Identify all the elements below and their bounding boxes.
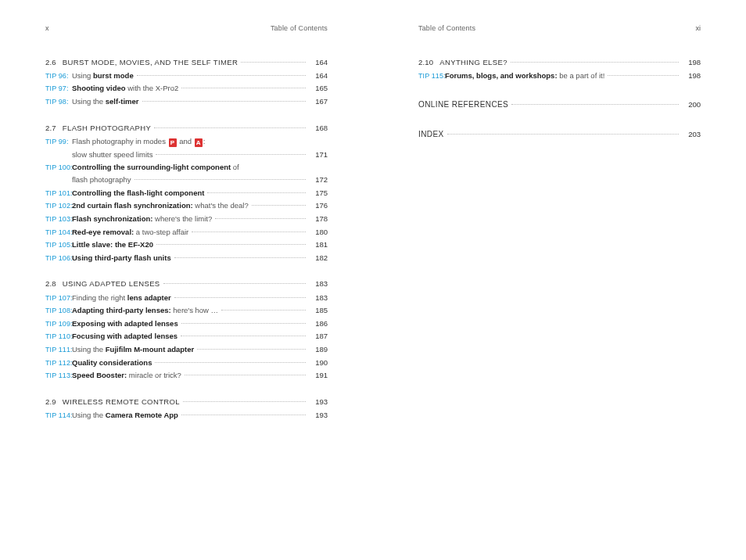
leader-dots xyxy=(155,362,306,363)
tip-text: 2nd curtain flash synchronization: what'… xyxy=(72,200,249,210)
tip-text: Using the Fujifilm M-mount adapter xyxy=(72,344,194,354)
toc-tip: TIP 96:Using burst mode164 xyxy=(45,70,328,81)
tip-text: Flash synchronization: where's the limit… xyxy=(72,214,212,224)
tip-subtext: slow shutter speed limits xyxy=(72,149,152,160)
leader-dots xyxy=(134,179,306,180)
toc-section: 2.6BURST MODE, MOVIES, AND THE SELF TIME… xyxy=(45,57,328,67)
page-ref: 164 xyxy=(309,57,328,67)
tip-text: Using the Camera Remote App xyxy=(72,410,178,420)
tip-label: TIP 111: xyxy=(45,345,72,355)
toc-tip: TIP 111:Using the Fujifilm M-mount adapt… xyxy=(45,344,328,355)
tip-label: TIP 97: xyxy=(45,84,72,94)
toc-tip: TIP 110:Focusing with adapted lenses187 xyxy=(45,331,328,342)
toc-tip: TIP 103:Flash synchronization: where's t… xyxy=(45,214,328,224)
tip-label: TIP 104: xyxy=(45,228,72,238)
tip-label: TIP 103: xyxy=(45,214,72,224)
tip-text: Controlling the flash-light component xyxy=(72,188,204,198)
toc-section: 2.8USING ADAPTED LENSES183 xyxy=(45,278,328,289)
tip-subtext-row: slow shutter speed limits171 xyxy=(72,149,328,160)
tip-text: Adapting third-party lenses: here's how … xyxy=(72,305,218,315)
page-ref: 171 xyxy=(309,149,328,160)
tip-label: TIP 112: xyxy=(45,358,72,368)
header-title-right: Table of Contents xyxy=(418,23,475,34)
tip-label: TIP 105: xyxy=(45,240,72,250)
tip-text: Flash photography in modes P and A: xyxy=(72,136,205,146)
tip-subtext-row: flash photography172 xyxy=(72,174,328,185)
page-ref: 167 xyxy=(309,96,328,106)
section-number: 2.7 xyxy=(45,123,56,133)
page-ref: 168 xyxy=(309,123,328,133)
tip-text: Exposing with adapted lenses xyxy=(72,318,178,328)
section-title: FLASH PHOTOGRAPHY xyxy=(63,123,151,133)
page-ref: 183 xyxy=(309,278,328,289)
page-right: Table of Contents xi 2.10ANYTHING ELSE?1… xyxy=(373,0,746,560)
tip-label: TIP 114: xyxy=(45,411,72,421)
leader-dots xyxy=(197,349,306,350)
section-number: 2.9 xyxy=(45,397,56,407)
toc-tip: TIP 104:Red-eye removal: a two-step affa… xyxy=(45,227,328,238)
tip-text: Forums, blogs, and workshops: be a part … xyxy=(445,70,604,81)
leader-dots xyxy=(156,154,306,155)
toc-tip: TIP 102:2nd curtain flash synchronizatio… xyxy=(45,200,328,211)
toc-tip: TIP 107:Finding the right lens adapter18… xyxy=(45,293,328,303)
page-ref: 203 xyxy=(682,129,701,139)
reference-title: ONLINE REFERENCES xyxy=(418,99,508,110)
leader-dots xyxy=(447,134,679,135)
mode-badge-a: A xyxy=(195,138,203,147)
page-ref: 165 xyxy=(309,83,328,93)
leader-dots xyxy=(252,205,306,206)
tip-text: Using third-party flash units xyxy=(72,253,171,263)
tip-text: Speed Booster: miracle or trick? xyxy=(72,370,181,380)
tip-text: Finding the right lens adapter xyxy=(72,293,171,303)
header-title-left: Table of Contents xyxy=(271,23,328,34)
section-number: 2.8 xyxy=(45,278,56,289)
section-title: WIRELESS REMOTE CONTROL xyxy=(63,397,180,407)
tip-label: TIP 110: xyxy=(45,332,72,342)
header-left: x Table of Contents xyxy=(45,23,328,34)
leader-dots xyxy=(181,323,306,324)
page-ref: 181 xyxy=(309,239,328,249)
page-ref: 198 xyxy=(682,57,701,67)
toc-tip: TIP 109:Exposing with adapted lenses186 xyxy=(45,318,328,329)
toc-right-column: 2.10ANYTHING ELSE?198TIP 115:Forums, blo… xyxy=(418,57,701,141)
tip-subtext: flash photography xyxy=(72,174,131,185)
page-ref: 189 xyxy=(309,344,328,354)
leader-dots xyxy=(241,62,306,63)
tip-label: TIP 98: xyxy=(45,97,72,107)
leader-dots xyxy=(185,375,306,375)
tip-text: Quality considerations xyxy=(72,357,152,368)
tip-label: TIP 96: xyxy=(45,71,72,81)
leader-dots xyxy=(163,283,306,284)
tip-text: Using burst mode xyxy=(72,70,134,81)
tip-label: TIP 109: xyxy=(45,319,72,329)
leader-dots xyxy=(181,88,306,88)
leader-dots xyxy=(156,244,306,245)
page-ref: 172 xyxy=(309,174,328,185)
page-ref: 178 xyxy=(309,214,328,224)
page-ref: 164 xyxy=(309,70,328,81)
toc-tip: TIP 115:Forums, blogs, and workshops: be… xyxy=(418,70,701,81)
tip-text: Shooting video with the X-Pro2 xyxy=(72,83,178,93)
page-left: x Table of Contents 2.6BURST MODE, MOVIE… xyxy=(0,0,373,560)
toc-left-column: 2.6BURST MODE, MOVIES, AND THE SELF TIME… xyxy=(45,57,328,421)
leader-dots xyxy=(181,336,306,336)
toc-tip: TIP 108:Adapting third-party lenses: her… xyxy=(45,305,328,316)
toc-tip: TIP 98:Using the self-timer167 xyxy=(45,96,328,107)
leader-dots xyxy=(221,310,306,311)
page-ref: 191 xyxy=(309,370,328,380)
leader-dots xyxy=(137,75,306,76)
page-ref: 183 xyxy=(309,293,328,303)
toc-tip: TIP 100:Controlling the surrounding-ligh… xyxy=(45,162,328,173)
reference-title: INDEX xyxy=(418,129,444,140)
page-ref: 180 xyxy=(309,227,328,237)
leader-dots xyxy=(608,75,679,76)
toc-section: 2.10ANYTHING ELSE?198 xyxy=(418,57,701,67)
header-right: Table of Contents xi xyxy=(418,23,701,34)
page-ref: 186 xyxy=(309,318,328,328)
tip-label: TIP 100: xyxy=(45,163,72,173)
leader-dots xyxy=(174,297,306,298)
leader-dots xyxy=(183,401,306,402)
leader-dots xyxy=(511,104,679,105)
leader-dots xyxy=(174,257,306,258)
toc-tip: TIP 106:Using third-party flash units182 xyxy=(45,253,328,264)
